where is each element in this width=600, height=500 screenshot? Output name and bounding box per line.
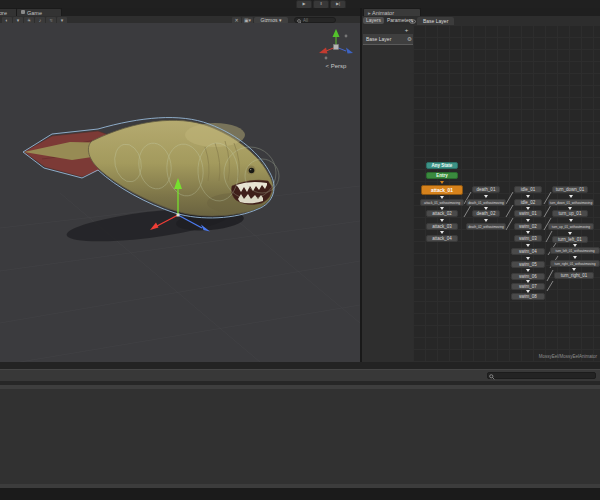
state-node-turn-right-01-withoutmoving[interactable]: turn_right_01_withoutmoving: [550, 260, 600, 267]
state-node-swim-04[interactable]: swim_04: [511, 248, 545, 255]
transition-arrow-icon[interactable]: [526, 257, 530, 260]
bottom-panel-body[interactable]: [0, 389, 600, 484]
transition-arrow-icon[interactable]: [440, 219, 444, 222]
transition-arrow-icon[interactable]: [526, 219, 530, 222]
transition-arrow-icon[interactable]: [484, 219, 488, 222]
left-pane-tabbar: ore Game: [0, 8, 360, 16]
state-node-turn-down-01[interactable]: turn_down_01: [552, 186, 588, 193]
state-node-attack-02[interactable]: attack_02: [426, 210, 458, 217]
state-node-swim-03[interactable]: swim_03: [514, 235, 542, 242]
state-node-any-state[interactable]: Any State: [426, 162, 458, 169]
state-node-turn-up-01-withoutmoving[interactable]: turn_up_01_withoutmoving: [548, 223, 594, 230]
layer-name: Base Layer: [366, 36, 391, 42]
transition-arrow-icon[interactable]: [526, 207, 530, 210]
state-node-swim-08[interactable]: swim_08: [511, 293, 545, 300]
controller-path-watermark: MossyEel/MossyEelAnimator: [539, 354, 597, 359]
breadcrumb[interactable]: Base Layer: [417, 17, 454, 25]
transition-arrow-icon[interactable]: [572, 268, 576, 271]
transition-arrow-icon[interactable]: [526, 269, 530, 272]
state-node-swim-01[interactable]: swim_01: [514, 210, 542, 217]
window-edge: [0, 488, 600, 500]
orientation-gizmo[interactable]: [319, 29, 353, 59]
gear-icon[interactable]: ⚙: [407, 34, 412, 44]
state-node-death-01-withoutmoving[interactable]: death_01_withoutmoving: [466, 199, 506, 206]
playback-controls: ▶‖▶|: [296, 0, 346, 8]
transition-arrow-icon[interactable]: [440, 196, 444, 199]
state-node-death-02[interactable]: death_02: [472, 210, 500, 217]
state-node-death-01[interactable]: death_01: [472, 186, 500, 193]
transition-arrow-icon[interactable]: [526, 280, 530, 283]
scene-3d-view: < Persp: [0, 23, 360, 362]
persp-label[interactable]: < Persp: [326, 63, 348, 69]
project-search-input[interactable]: [487, 372, 596, 379]
state-node-swim-06[interactable]: swim_06: [511, 273, 545, 280]
state-node-attack-01[interactable]: attack_01: [421, 185, 463, 195]
layer-item-base-layer[interactable]: Base Layer ⚙: [363, 34, 414, 45]
transition-arrow-icon[interactable]: [569, 195, 573, 198]
state-node-turn-right-01[interactable]: turn_right_01: [554, 272, 594, 279]
layers-panel: + Base Layer ⚙: [362, 25, 414, 362]
transition-arrow-icon[interactable]: [569, 219, 573, 222]
state-node-attack-03[interactable]: attack_03: [426, 223, 458, 230]
transition-arrow-icon[interactable]: [573, 244, 577, 247]
state-node-attack-04[interactable]: attack_04: [426, 235, 458, 242]
transition-arrow-icon[interactable]: [440, 181, 444, 184]
transition-arrow-icon[interactable]: [440, 231, 444, 234]
state-node-turn-left-01[interactable]: turn_left_01: [552, 236, 588, 243]
transition-arrow-icon[interactable]: [526, 244, 530, 247]
state-node-swim-05[interactable]: swim_05: [511, 261, 545, 268]
transition-arrow-icon[interactable]: [526, 195, 530, 198]
chevron-down-icon: ▾: [279, 17, 282, 23]
state-node-swim-07[interactable]: swim_07: [511, 283, 545, 290]
animator-tabbar: ▸ Animator: [362, 8, 600, 16]
fish-eye: [249, 168, 255, 174]
fish-model[interactable]: [24, 120, 273, 216]
transition-arrow-icon[interactable]: [568, 232, 572, 235]
scene-viewport[interactable]: < Persp: [0, 23, 360, 362]
tab-layers[interactable]: Layers: [363, 17, 384, 24]
add-layer-button[interactable]: +: [403, 27, 410, 33]
game-tab-icon: [21, 10, 25, 14]
transition-arrow-icon[interactable]: [484, 195, 488, 198]
transition-arrow-icon[interactable]: [526, 231, 530, 234]
state-node-turn-left-01-withoutmoving[interactable]: turn_left_01_withoutmoving: [550, 247, 600, 254]
state-node-swim-02[interactable]: swim_02: [514, 223, 542, 230]
horizontal-splitter[interactable]: [0, 362, 600, 369]
state-machine-graph[interactable]: Any StateEntryattack_01attack_01_without…: [413, 25, 600, 362]
state-node-death-02-withoutmoving[interactable]: death_02_withoutmoving: [466, 223, 506, 230]
transition-arrow-icon[interactable]: [484, 207, 488, 210]
transition-arrow-icon[interactable]: [440, 207, 444, 210]
transition-arrow-icon[interactable]: [573, 256, 577, 259]
state-node-attack-01-withoutmoving[interactable]: attack_01_withoutmoving: [420, 199, 464, 206]
state-node-entry[interactable]: Entry: [426, 172, 458, 179]
transition-arrow-icon[interactable]: [568, 207, 572, 210]
transition-arrow-icon[interactable]: [526, 290, 530, 293]
search-icon: [489, 374, 495, 380]
state-node-idle-01[interactable]: idle_01: [514, 186, 542, 193]
state-node-turn-down-01-withoutmoving[interactable]: turn_down_01_withoutmoving: [548, 199, 594, 206]
state-node-idle-02[interactable]: idle_02: [514, 199, 542, 206]
state-node-turn-up-01[interactable]: turn_up_01: [552, 210, 588, 217]
eye-icon[interactable]: [409, 19, 416, 24]
